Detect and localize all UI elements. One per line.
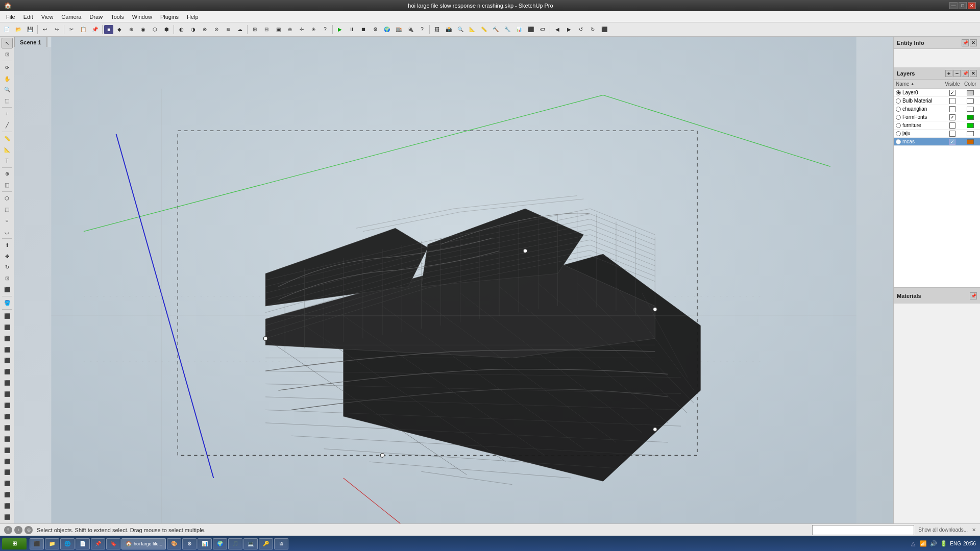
tb-style2[interactable]: ◆ <box>114 24 125 35</box>
layers-pin[interactable]: 📌 <box>962 70 969 77</box>
tool-ext13[interactable]: ⬛ <box>2 445 13 456</box>
taskbar-item-12[interactable]: 🎵 <box>228 538 242 549</box>
tool-scale[interactable]: ⊡ <box>2 273 13 284</box>
taskbar-language[interactable]: ENG <box>950 541 961 546</box>
tb-shadow5[interactable]: ☁ <box>234 24 246 35</box>
tool-circle[interactable]: ○ <box>2 215 13 226</box>
tb-axes[interactable]: ⊕ <box>284 24 296 35</box>
tool-ext11[interactable]: ⬛ <box>2 422 13 433</box>
bulb-check[interactable] <box>949 98 955 104</box>
tb-style3[interactable]: ⊕ <box>126 24 137 35</box>
layer-row-layer0[interactable]: Layer0 ✓ <box>894 89 980 97</box>
jaju-visible[interactable] <box>942 131 963 137</box>
tool-text[interactable]: T <box>2 156 13 166</box>
formfonts-check[interactable]: ✓ <box>949 114 955 120</box>
tb-save[interactable]: 💾 <box>24 24 36 35</box>
taskbar-item-9[interactable]: ⚙ <box>182 538 197 549</box>
tool-arc[interactable]: ◡ <box>2 227 13 237</box>
taskbar-item-14[interactable]: 🔑 <box>259 538 273 549</box>
mcas-colorbox[interactable] <box>967 139 974 144</box>
tb-fog2[interactable]: ? <box>320 24 331 35</box>
menu-edit[interactable]: Edit <box>19 13 37 21</box>
tool-ext4[interactable]: ⬛ <box>2 344 13 355</box>
measurements-box[interactable] <box>812 525 914 535</box>
status-icon-geo[interactable]: ◎ <box>24 526 33 534</box>
menu-camera[interactable]: Camera <box>57 13 85 21</box>
tool-zoom[interactable]: 🔍 <box>2 85 13 95</box>
tb-display2[interactable]: ⬢ <box>161 24 172 35</box>
taskbar-item-5[interactable]: 📌 <box>91 538 105 549</box>
menu-window[interactable]: Window <box>128 13 156 21</box>
materials-panel[interactable]: Materials 📌 <box>894 287 980 304</box>
tool-ext7[interactable]: ⬛ <box>2 378 13 388</box>
tool-measure[interactable]: 📐 <box>2 144 13 155</box>
tb-render7[interactable]: 🔧 <box>502 24 513 35</box>
tool-move[interactable]: ✥ <box>2 251 13 262</box>
layer-remove-button[interactable]: − <box>953 70 961 77</box>
mcas-color[interactable] <box>963 139 978 144</box>
layer-row-formfonts[interactable]: FormFonts ✓ <box>894 113 980 121</box>
downloads-close[interactable]: ✕ <box>972 527 976 533</box>
furniture-visible[interactable] <box>942 122 963 129</box>
tb-render6[interactable]: 🔨 <box>490 24 501 35</box>
tool-ext6[interactable]: ⬛ <box>2 366 13 377</box>
formfonts-radio[interactable] <box>896 115 901 120</box>
tb-3dwarehouse[interactable]: 🏬 <box>393 24 404 35</box>
viewport[interactable]: Scene 1 Scene 13 <box>14 37 893 523</box>
chuanglian-visible[interactable] <box>942 106 963 112</box>
layer0-visible[interactable]: ✓ <box>942 90 963 96</box>
entity-info-close[interactable]: ✕ <box>970 39 977 46</box>
layer-add-button[interactable]: + <box>945 70 952 77</box>
layer-row-mcas[interactable]: mcas ✓ <box>894 138 980 146</box>
taskbar-item-2[interactable]: 📁 <box>45 538 59 549</box>
jaju-check[interactable] <box>949 131 955 137</box>
tb-shadows[interactable]: ☀ <box>308 24 319 35</box>
tb-render1[interactable]: 🖼 <box>431 24 443 35</box>
tool-pan[interactable]: ✋ <box>2 73 13 84</box>
tool-rect[interactable]: ⬚ <box>2 204 13 215</box>
taskbar-item-13[interactable]: 💻 <box>243 538 258 549</box>
bulb-color[interactable] <box>963 98 978 104</box>
tb-nav4[interactable]: ↻ <box>587 24 598 35</box>
chuanglian-check[interactable] <box>949 106 955 112</box>
mcas-radio[interactable] <box>896 139 901 144</box>
tool-orbit[interactable]: ⟳ <box>2 62 13 73</box>
taskbar-notify-icon[interactable]: △ <box>909 540 917 548</box>
taskbar-item-ps[interactable]: 🎨 <box>167 538 181 549</box>
tool-tape[interactable]: 📏 <box>2 133 13 144</box>
tool-ext18[interactable]: ⬛ <box>2 500 13 511</box>
formfonts-color[interactable] <box>963 115 978 120</box>
jaju-color[interactable] <box>963 131 978 136</box>
layer0-color[interactable] <box>963 90 978 95</box>
tb-help[interactable]: ? <box>416 24 428 35</box>
tb-copy[interactable]: 📋 <box>78 24 89 35</box>
menu-plugins[interactable]: Plugins <box>156 13 183 21</box>
tb-extensions[interactable]: 🔌 <box>405 24 416 35</box>
taskbar-volume-icon[interactable]: 🔊 <box>929 540 938 548</box>
tb-guides[interactable]: ✛ <box>296 24 307 35</box>
tool-ext5[interactable]: ⬛ <box>2 356 13 366</box>
tb-open[interactable]: 📂 <box>13 24 24 35</box>
tb-render4[interactable]: 📐 <box>467 24 478 35</box>
tool-select2[interactable]: ⊡ <box>2 49 13 60</box>
tb-pause[interactable]: ⏸ <box>346 24 357 35</box>
tb-shadow1[interactable]: ◐ <box>176 24 187 35</box>
col-name-header[interactable]: Name ▲ <box>896 81 942 87</box>
tb-render2[interactable]: 📸 <box>443 24 454 35</box>
layer0-colorbox[interactable] <box>967 90 974 95</box>
menu-draw[interactable]: Draw <box>85 13 107 21</box>
mcas-check[interactable]: ✓ <box>949 139 955 145</box>
tb-shadow2[interactable]: ◑ <box>187 24 199 35</box>
tool-shape[interactable]: ⬡ <box>2 193 13 204</box>
tool-select[interactable]: ↖ <box>2 38 13 48</box>
status-icon-info[interactable]: i <box>14 526 22 534</box>
furniture-radio[interactable] <box>896 123 901 128</box>
tool-ext15[interactable]: ⬛ <box>2 467 13 478</box>
minimize-button[interactable]: — <box>949 2 958 9</box>
tool-ext8[interactable]: ⬛ <box>2 389 13 399</box>
formfonts-visible[interactable]: ✓ <box>942 114 963 120</box>
tool-ext1[interactable]: ⬛ <box>2 311 13 321</box>
taskbar-network-icon[interactable]: 📶 <box>919 540 927 548</box>
chuanglian-color[interactable] <box>963 107 978 112</box>
tb-nav3[interactable]: ↺ <box>575 24 586 35</box>
